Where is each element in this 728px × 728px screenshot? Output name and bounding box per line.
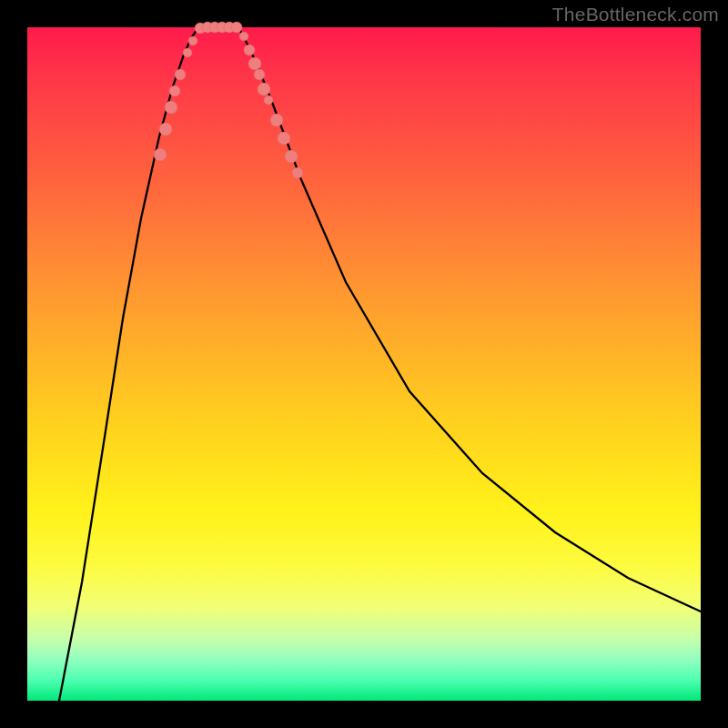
curve-marker	[169, 86, 180, 96]
curve-marker	[264, 96, 273, 105]
curve-marker	[175, 69, 186, 80]
chart-plot-area	[27, 27, 701, 701]
curve-marker	[248, 57, 261, 70]
curve-marker	[188, 36, 197, 46]
bottleneck-curve-path	[59, 27, 701, 701]
curve-marker	[254, 69, 265, 80]
curve-marker	[165, 101, 177, 114]
curve-marker	[258, 83, 270, 96]
curve-marker	[292, 167, 303, 178]
bottleneck-curve-svg	[27, 27, 701, 701]
curve-marker	[159, 123, 172, 136]
curve-marker	[154, 148, 167, 161]
curve-marker	[231, 22, 242, 33]
curve-marker	[285, 150, 298, 163]
curve-marker	[278, 132, 290, 145]
curve-marker	[183, 48, 192, 57]
curve-marker	[239, 32, 248, 41]
curve-marker	[270, 114, 283, 126]
curve-markers-group	[154, 22, 303, 178]
watermark-text: TheBottleneck.com	[552, 4, 719, 25]
curve-marker	[244, 45, 255, 56]
